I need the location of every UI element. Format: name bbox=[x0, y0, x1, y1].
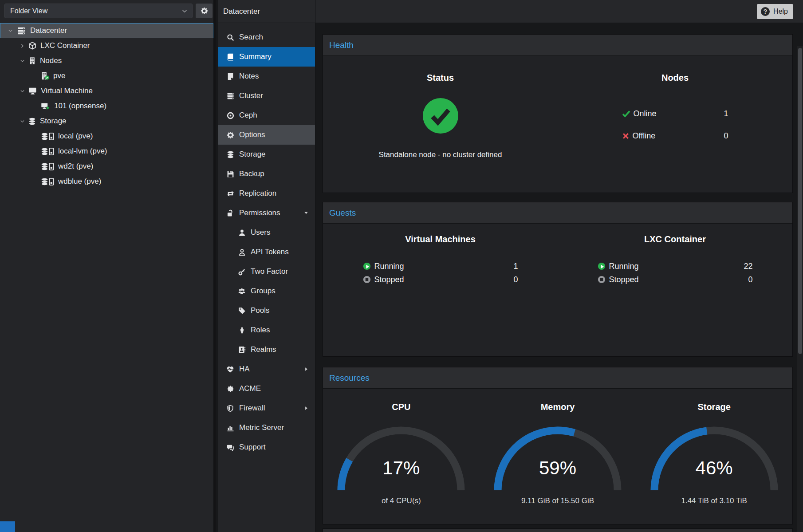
gauge-storage: Storage 46% 1.44 TiB of 3.10 TiB bbox=[636, 389, 792, 505]
menu-item-support[interactable]: Support bbox=[218, 437, 315, 457]
key-icon bbox=[238, 268, 246, 276]
menu-item-label: Summary bbox=[239, 52, 272, 61]
chevron-down-icon bbox=[181, 8, 188, 14]
stopped-stop-icon bbox=[598, 276, 606, 284]
tree-item-label: Datacenter bbox=[30, 26, 67, 35]
page-title: Datacenter bbox=[218, 0, 315, 23]
node-status-label: Offline bbox=[633, 131, 656, 141]
tree-item-label: Storage bbox=[40, 117, 67, 126]
menu-item-options[interactable]: Options bbox=[218, 125, 315, 145]
menu-item-backup[interactable]: Backup bbox=[218, 164, 315, 184]
menu-item-ceph[interactable]: Ceph bbox=[218, 106, 315, 125]
seal-icon bbox=[227, 385, 234, 393]
menu-item-firewall[interactable]: Firewall bbox=[218, 398, 315, 418]
menu-item-permissions[interactable]: Permissions bbox=[218, 203, 315, 223]
tree-item-local-lvm-pve[interactable]: local-lvm (pve) bbox=[0, 144, 213, 159]
menu-item-two-factor[interactable]: Two Factor bbox=[218, 262, 315, 281]
menu-item-acme[interactable]: ACME bbox=[218, 379, 315, 398]
menu-item-search[interactable]: Search bbox=[218, 28, 315, 47]
tree-item-local-pve[interactable]: local (pve) bbox=[0, 129, 213, 144]
building-check-icon bbox=[41, 72, 49, 80]
guest-row-label: Running bbox=[374, 262, 404, 271]
status-message: Standalone node - no cluster defined bbox=[379, 150, 502, 159]
menu-item-label: ACME bbox=[239, 384, 261, 393]
menu-item-summary[interactable]: Summary bbox=[218, 47, 315, 67]
resource-gauges: CPU 17% of 4 CPU(s) Memory 59% 9.11 GiB … bbox=[323, 389, 792, 505]
guest-row-lxc-container-stopped: Stopped 0 bbox=[598, 273, 753, 286]
menu-item-api-tokens[interactable]: API Tokens bbox=[218, 242, 315, 262]
menu-item-replication[interactable]: Replication bbox=[218, 184, 315, 203]
tree-item-label: wd2t (pve) bbox=[58, 162, 93, 171]
chevron-down-icon[interactable] bbox=[6, 28, 15, 34]
bottom-left-accent bbox=[0, 521, 15, 532]
chevron-down-icon[interactable] bbox=[18, 88, 27, 94]
drive-icon bbox=[49, 148, 54, 155]
tree-settings-button[interactable] bbox=[196, 4, 213, 18]
desktop-icon bbox=[28, 87, 37, 95]
tree-item-label: local-lvm (pve) bbox=[58, 147, 107, 156]
guest-row-label: Stopped bbox=[374, 275, 404, 284]
tree-item-lxc-container[interactable]: LXC Container bbox=[0, 38, 213, 53]
menu-item-storage[interactable]: Storage bbox=[218, 145, 315, 164]
datacenter-menu: Search Summary Notes Cluster Ceph Option… bbox=[218, 23, 315, 457]
guest-row-label: Stopped bbox=[609, 275, 639, 284]
scrollbar-thumb[interactable] bbox=[798, 48, 802, 354]
menu-item-pools[interactable]: Pools bbox=[218, 301, 315, 320]
top-bar: ? Help bbox=[315, 0, 803, 23]
stopped-stop-icon bbox=[363, 276, 371, 284]
view-selector-combobox[interactable]: Folder View bbox=[4, 4, 193, 18]
menu-item-label: Backup bbox=[239, 169, 264, 178]
chevron-right-icon[interactable] bbox=[18, 43, 27, 49]
health-panel: Health Status Standalone node - no clust… bbox=[323, 34, 793, 193]
guest-column-virtual-machines: Virtual Machines Running 1 Stopped 0 bbox=[323, 224, 558, 286]
menu-item-cluster[interactable]: Cluster bbox=[218, 86, 315, 106]
menu-item-label: Support bbox=[239, 443, 266, 452]
menu-item-label: Groups bbox=[251, 287, 276, 296]
tree-item-wdblue-pve[interactable]: wdblue (pve) bbox=[0, 174, 213, 189]
summary-content: Health Status Standalone node - no clust… bbox=[315, 23, 803, 532]
tree-item-virtual-machine[interactable]: Virtual Machine bbox=[0, 83, 213, 99]
tree-toolbar: Folder View bbox=[0, 0, 213, 23]
guest-column-heading: Virtual Machines bbox=[405, 234, 476, 244]
menu-item-users[interactable]: Users bbox=[218, 223, 315, 242]
resource-tree: Datacenter LXC Container Nodes pve Virtu… bbox=[0, 23, 213, 189]
menu-item-notes[interactable]: Notes bbox=[218, 67, 315, 86]
menu-item-groups[interactable]: Groups bbox=[218, 281, 315, 301]
menu-item-label: Storage bbox=[239, 150, 266, 159]
tree-item-nodes[interactable]: Nodes bbox=[0, 53, 213, 68]
building-icon bbox=[28, 57, 36, 65]
menu-item-ha[interactable]: HA bbox=[218, 359, 315, 379]
help-button-label: Help bbox=[773, 8, 788, 16]
guest-row-value: 0 bbox=[748, 275, 752, 284]
status-heading: Status bbox=[427, 73, 454, 83]
gauge-percent: 17% bbox=[335, 457, 468, 479]
note-icon bbox=[227, 73, 234, 80]
resource-tree-panel: Folder View Datacenter LXC Container Nod… bbox=[0, 0, 216, 532]
view-selector-value: Folder View bbox=[10, 7, 47, 15]
cube-icon bbox=[28, 42, 36, 50]
health-panel-title: Health bbox=[323, 35, 792, 56]
guests-panel: Guests Virtual Machines Running 1 Stoppe… bbox=[323, 202, 793, 357]
tree-item-datacenter[interactable]: Datacenter bbox=[0, 23, 213, 38]
help-button[interactable]: ? Help bbox=[757, 4, 793, 19]
tree-item-pve[interactable]: pve bbox=[0, 68, 213, 83]
menu-item-metric-server[interactable]: Metric Server bbox=[218, 418, 315, 437]
chevron-down-icon[interactable] bbox=[18, 118, 27, 124]
menu-item-label: Permissions bbox=[239, 209, 280, 217]
caret-down-icon bbox=[303, 210, 309, 216]
tree-item-storage[interactable]: Storage bbox=[0, 114, 213, 129]
guest-row-lxc-container-running: Running 22 bbox=[598, 260, 753, 273]
datacenter-menu-panel: Datacenter Search Summary Notes Cluster … bbox=[218, 0, 315, 532]
menu-item-label: Roles bbox=[251, 326, 270, 335]
comments-icon bbox=[226, 444, 234, 451]
chevron-down-icon[interactable] bbox=[18, 58, 27, 64]
chart-icon bbox=[227, 424, 234, 432]
gauge-caption: of 4 CPU(s) bbox=[382, 497, 421, 505]
menu-item-roles[interactable]: Roles bbox=[218, 320, 315, 340]
caret-right-icon bbox=[303, 366, 309, 372]
content-scrollbar[interactable] bbox=[797, 46, 803, 532]
menu-item-realms[interactable]: Realms bbox=[218, 340, 315, 359]
gauge-heading: Memory bbox=[541, 402, 575, 412]
tree-item-wd2t-pve[interactable]: wd2t (pve) bbox=[0, 159, 213, 174]
tree-item-101-opnsense[interactable]: 101 (opnsense) bbox=[0, 99, 213, 114]
